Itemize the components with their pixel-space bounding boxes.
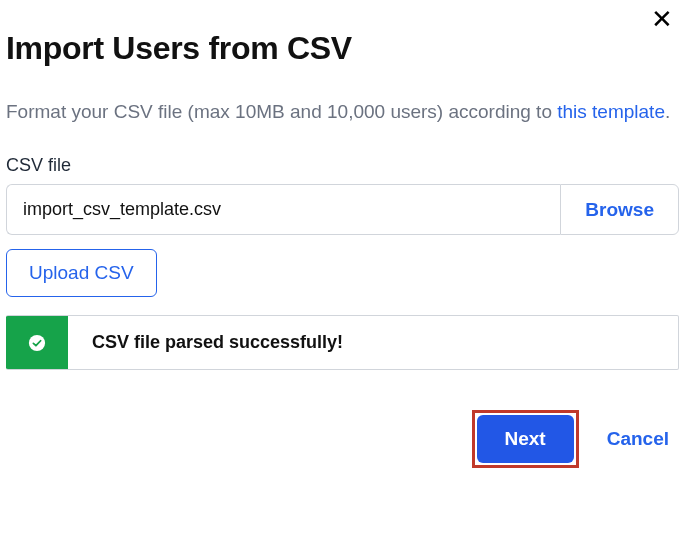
- close-icon[interactable]: ✕: [651, 6, 673, 32]
- dialog-description: Format your CSV file (max 10MB and 10,00…: [6, 97, 679, 127]
- csv-file-input[interactable]: import_csv_template.csv: [6, 184, 560, 235]
- svg-point-0: [29, 335, 45, 351]
- dialog-footer: Next Cancel: [6, 410, 679, 468]
- next-button[interactable]: Next: [477, 415, 574, 463]
- csv-file-label: CSV file: [6, 155, 679, 176]
- cancel-button[interactable]: Cancel: [607, 428, 669, 450]
- status-message: CSV file parsed successfully!: [68, 316, 678, 369]
- success-icon: [6, 316, 68, 369]
- template-link[interactable]: this template: [557, 101, 665, 122]
- dialog-title: Import Users from CSV: [6, 30, 679, 67]
- browse-button[interactable]: Browse: [560, 184, 679, 235]
- status-bar: CSV file parsed successfully!: [6, 315, 679, 370]
- description-text-prefix: Format your CSV file (max 10MB and 10,00…: [6, 101, 557, 122]
- upload-csv-button[interactable]: Upload CSV: [6, 249, 157, 297]
- description-text-suffix: .: [665, 101, 670, 122]
- next-button-highlight: Next: [472, 410, 579, 468]
- file-input-row: import_csv_template.csv Browse: [6, 184, 679, 235]
